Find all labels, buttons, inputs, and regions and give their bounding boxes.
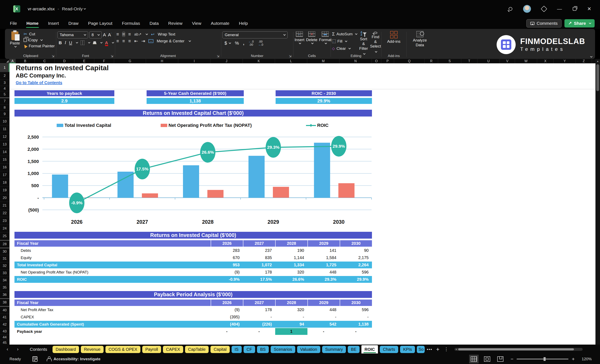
font-color-button[interactable]: A — [105, 40, 108, 45]
row-header-35[interactable]: 35 — [0, 284, 9, 291]
find-select-button[interactable]: Find & Select — [370, 31, 381, 54]
sheet-tab-revenue[interactable]: Revenue — [81, 346, 103, 353]
row-header-20[interactable]: 20 — [0, 194, 9, 202]
column-header-S[interactable]: S — [438, 59, 461, 63]
cell-capex-2026[interactable]: (395) — [211, 314, 243, 320]
decrease-indent-icon[interactable]: ⇤ — [134, 39, 138, 43]
borders-button[interactable] — [81, 40, 84, 45]
cell-roic-2026[interactable]: -0.9% — [211, 276, 243, 283]
column-header-M[interactable]: M — [307, 59, 339, 63]
row-header-18[interactable]: 18 — [0, 179, 9, 187]
cell-cumulative-cash-generated-spent-2029[interactable]: 542 — [308, 321, 340, 328]
column-header-E[interactable]: E — [75, 59, 94, 63]
cell-payback-year-2030[interactable]: - — [340, 328, 372, 335]
percent-button[interactable]: % — [235, 40, 239, 46]
font-dialog-launcher[interactable]: ⇲ — [111, 54, 113, 58]
row-header-10[interactable]: 10 — [0, 118, 9, 125]
sheet-nav-right-icon[interactable]: › — [15, 347, 21, 352]
sheet-tab-dashboard[interactable]: Dashboard — [53, 346, 79, 353]
clipboard-dialog-launcher[interactable]: ⇲ — [52, 54, 54, 58]
zoom-slider[interactable] — [517, 359, 568, 359]
addins-button[interactable]: Add-ins — [387, 31, 400, 54]
ribbon-tab-page-layout[interactable]: Page Layout — [84, 19, 116, 27]
column-header-A[interactable]: A — [9, 59, 16, 63]
cell-equity-2028[interactable]: 1,144 — [275, 254, 308, 261]
sheet-tab-be[interactable]: BE — [348, 346, 360, 353]
cell-net-operating-profit-after-tax-nopat-2026[interactable]: (9) — [211, 269, 243, 276]
row-header-30[interactable]: 30 — [0, 248, 9, 255]
row-header-7[interactable]: 7 — [0, 98, 9, 105]
number-dialog-launcher[interactable]: ⇲ — [289, 54, 291, 58]
horizontal-scrollbar[interactable]: ◄ — [454, 348, 583, 351]
column-header-R[interactable]: R — [425, 59, 438, 63]
sort-filter-button[interactable]: AZ Sort & Filter — [359, 31, 368, 54]
macro-record-icon[interactable] — [32, 356, 38, 362]
sheet-tab-scenarios[interactable]: Scenarios — [271, 346, 295, 353]
ribbon-tab-formulas[interactable]: Formulas — [118, 19, 144, 27]
autosum-button[interactable]: Σ AutoSum — [332, 31, 357, 37]
cell-total-invested-capital-2026[interactable]: 953 — [211, 262, 243, 268]
cell-payback-year-2027[interactable]: - — [243, 328, 275, 335]
cell-debts-2028[interactable]: 190 — [275, 247, 308, 254]
align-left-icon[interactable]: ≡ — [116, 39, 119, 43]
increase-decimal-button[interactable]: ←.0.00 — [249, 40, 254, 46]
sheet-tab-bs[interactable]: BS — [257, 346, 269, 353]
sheet-tab-summary[interactable]: Summary — [322, 346, 346, 353]
cell-equity-2027[interactable]: 835 — [243, 254, 275, 261]
cell-debts-2027[interactable]: 237 — [243, 247, 275, 254]
zoom-slider-thumb[interactable] — [544, 357, 546, 361]
row-header-45[interactable]: 45 — [0, 340, 9, 345]
cell-roic-2027[interactable]: 17.5% — [243, 276, 275, 283]
row-header-1[interactable]: 1 — [0, 64, 9, 72]
ribbon-tab-help[interactable]: Help — [235, 19, 251, 27]
align-center-icon[interactable]: ≡ — [122, 39, 125, 43]
decrease-decimal-button[interactable]: .00→.0 — [258, 40, 263, 46]
sheet-tab-captable[interactable]: CapTable — [185, 346, 209, 353]
vertical-scroll-thumb[interactable] — [596, 64, 599, 91]
share-button[interactable]: ↗ Share — [564, 19, 595, 27]
ribbon-tab-data[interactable]: Data — [146, 19, 162, 27]
bold-button[interactable]: B — [59, 40, 62, 45]
accessibility-checker[interactable]: Accessibility: Investigate — [47, 356, 101, 362]
row-header-32[interactable]: 32 — [0, 262, 9, 270]
number-format-select[interactable]: General — [223, 31, 288, 38]
row-header-19[interactable]: 19 — [0, 187, 9, 194]
cell-payback-year-2028[interactable]: 1 — [275, 328, 308, 335]
sheet-tab-capital[interactable]: Capital — [210, 346, 229, 353]
font-name-select[interactable]: Tahoma — [57, 31, 88, 38]
column-header-K[interactable]: K — [243, 59, 275, 63]
filename-chevron-icon[interactable] — [84, 7, 86, 9]
cell-total-invested-capital-2027[interactable]: 1,072 — [243, 262, 275, 268]
cell-net-operating-profit-after-tax-nopat-2029[interactable]: 448 — [308, 269, 340, 276]
cell-debts-2030[interactable]: 90 — [340, 247, 372, 254]
column-header-G[interactable]: G — [114, 59, 146, 63]
cell-total-invested-capital-2028[interactable]: 1,334 — [275, 262, 308, 268]
column-header-L[interactable]: L — [275, 59, 307, 63]
zoom-out-button[interactable]: − — [510, 356, 513, 362]
column-header-W[interactable]: W — [515, 59, 537, 63]
cell-equity-2026[interactable]: 670 — [211, 254, 243, 261]
row-header-17[interactable]: 17 — [0, 171, 9, 179]
ribbon-tab-file[interactable]: File — [6, 19, 21, 27]
underline-button[interactable]: U — [69, 40, 72, 45]
zoom-level[interactable]: 120% — [581, 357, 592, 361]
comments-button[interactable]: Comments — [526, 19, 562, 27]
page-break-view-button[interactable] — [497, 356, 503, 362]
cell-cumulative-cash-generated-spent-2028[interactable]: 94 — [275, 321, 308, 328]
cell-net-operating-profit-after-tax-nopat-2027[interactable]: 178 — [243, 269, 275, 276]
cell-net-operating-profit-after-tax-nopat-2028[interactable]: 320 — [275, 269, 308, 276]
cell-cumulative-cash-generated-spent-2026[interactable]: (404) — [211, 321, 243, 328]
row-header-3[interactable]: 3 — [0, 80, 9, 86]
sheet-tab-roic[interactable]: ROIC — [361, 345, 378, 354]
font-size-select[interactable]: 8 — [89, 31, 102, 38]
page-layout-view-button[interactable] — [484, 356, 490, 362]
cell-capex-2028[interactable]: - — [275, 314, 308, 320]
row-header-21[interactable]: 21 — [0, 202, 9, 209]
cut-button[interactable]: ✂ Cut — [24, 31, 55, 37]
cell-payback-year-2029[interactable]: - — [308, 328, 340, 335]
cell-cumulative-cash-generated-spent-2027[interactable]: (226) — [243, 321, 275, 328]
increase-indent-icon[interactable]: ⇥ — [141, 39, 145, 43]
column-header-Z[interactable]: Z — [576, 59, 592, 63]
align-bottom-icon[interactable]: ≡ — [128, 32, 131, 36]
cell-total-invested-capital-2029[interactable]: 1,725 — [308, 262, 340, 268]
